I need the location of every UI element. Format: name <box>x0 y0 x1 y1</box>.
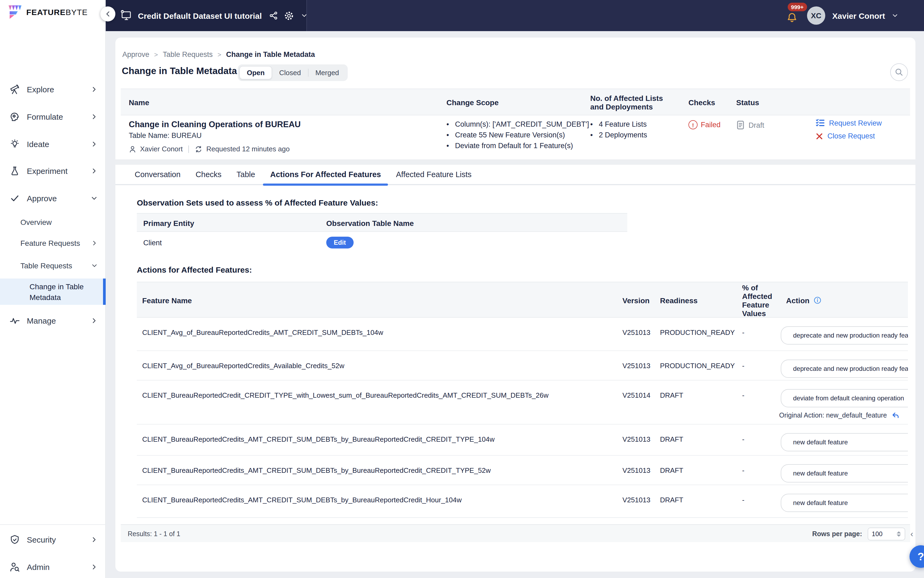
close-x-icon <box>815 132 823 140</box>
breadcrumb-approve[interactable]: Approve <box>122 50 149 58</box>
rows-per-page-label: Rows per page: <box>812 530 862 537</box>
lightbulb-icon <box>9 138 20 149</box>
stepper-icon[interactable] <box>896 531 901 536</box>
project-selector: Credit Default Dataset UI tutorial <box>106 0 307 31</box>
previous-page-button[interactable]: ‹ <box>910 529 913 539</box>
table-row: Client Edit <box>137 232 627 253</box>
feature-version: V251013 <box>622 362 650 370</box>
action-select[interactable]: deviate from default cleaning operation <box>781 389 908 408</box>
table-row: CLIENT_Avg_of_BureauReportedCredits_Avai… <box>137 351 908 380</box>
check-icon <box>9 192 20 204</box>
requester-name: Xavier Conort <box>140 145 183 153</box>
request-table: Name Change Scope No. of Affected Lists … <box>121 89 910 159</box>
sidebar-item-table-requests[interactable]: Table Requests <box>0 257 106 275</box>
chevron-right-icon <box>90 563 98 571</box>
sidebar-item-admin[interactable]: Admin <box>0 556 106 578</box>
tab-checks[interactable]: Checks <box>189 164 229 185</box>
tab-conversation[interactable]: Conversation <box>128 164 188 185</box>
sidebar-item-label: Change in Table Metadata <box>29 281 89 302</box>
sidebar-collapse-button[interactable] <box>101 6 115 21</box>
search-button[interactable] <box>890 63 908 81</box>
feature-name: CLIENT_Avg_of_BureauReportedCredits_Avai… <box>142 362 620 370</box>
chevron-right-icon <box>90 140 98 148</box>
breadcrumb-table-requests[interactable]: Table Requests <box>163 50 213 58</box>
col-action: Action <box>786 282 821 318</box>
chevron-down-icon[interactable] <box>300 12 308 19</box>
close-request-button[interactable]: Close Request <box>815 132 882 140</box>
search-icon <box>895 68 904 77</box>
pct-affected-value: - <box>742 328 744 336</box>
sidebar-item-explore[interactable]: Explore <box>0 78 106 100</box>
filter-merged[interactable]: Merged <box>308 66 346 80</box>
feature-name: CLIENT_BureauReportedCredits_AMT_CREDIT_… <box>142 435 620 443</box>
avatar[interactable]: XC <box>807 6 825 25</box>
chevron-right-icon <box>90 85 98 93</box>
tab-affected-feature-lists[interactable]: Affected Feature Lists <box>389 164 479 185</box>
action-select[interactable]: new default feature <box>781 433 908 451</box>
sidebar-item-security[interactable]: Security <box>0 529 106 550</box>
rows-per-page-input[interactable]: 100 <box>867 527 905 540</box>
tab-table[interactable]: Table <box>230 164 262 185</box>
gear-icon[interactable] <box>284 10 294 21</box>
observation-table-header: Primary Entity Observation Table Name <box>137 213 627 232</box>
request-meta: Xavier Conort Requested 12 minutes ago <box>129 145 290 153</box>
feature-name: CLIENT_Avg_of_BureauReportedCredits_AMT_… <box>142 328 620 336</box>
telescope-icon <box>9 83 20 95</box>
edit-button[interactable]: Edit <box>326 237 353 248</box>
document-icon <box>736 120 745 130</box>
sidebar-item-label: Feature Requests <box>20 239 91 247</box>
observation-heading: Observation Sets used to assess % of Aff… <box>137 198 378 207</box>
sidebar-item-label: Approve <box>27 193 90 203</box>
pct-affected-value: - <box>742 362 744 370</box>
action-select[interactable]: new default feature <box>781 464 908 482</box>
undo-icon[interactable] <box>891 411 900 420</box>
chevron-down-icon <box>91 262 98 270</box>
filter-open[interactable]: Open <box>239 66 272 80</box>
chevron-down-icon[interactable] <box>892 12 899 19</box>
featurebyte-logo-icon <box>8 5 22 19</box>
sidebar-item-formulate[interactable]: Formulate <box>0 106 106 127</box>
checklist-icon <box>815 119 825 127</box>
action-select[interactable]: deprecate and new production ready featu… <box>781 360 908 378</box>
action-select[interactable]: new default feature <box>781 494 908 512</box>
table-row: CLIENT_BureauReportedCredits_AMT_CREDIT_… <box>137 456 908 485</box>
refresh-icon <box>195 145 203 153</box>
action-select[interactable]: deprecate and new production ready featu… <box>781 326 908 344</box>
activity-icon <box>9 315 20 326</box>
feature-name: CLIENT_BureauReportedCredits_AMT_CREDIT_… <box>142 466 620 474</box>
request-review-button[interactable]: Request Review <box>815 119 882 127</box>
user-name[interactable]: Xavier Conort <box>832 11 885 20</box>
sidebar-item-approve[interactable]: Approve <box>0 187 106 209</box>
request-title[interactable]: Change in Cleaning Operations of BUREAU <box>129 120 301 129</box>
chevron-right-icon <box>90 167 98 175</box>
featurebyte-logo[interactable]: FEATUREBYTE <box>8 5 88 19</box>
request-actions: Request Review Close Request <box>815 119 882 140</box>
request-review-label: Request Review <box>829 119 882 127</box>
sidebar-item-change-in-table-metadata[interactable]: Change in Table Metadata <box>0 279 106 305</box>
col-affected: No. of Affected Lists and Deployments <box>590 89 671 116</box>
pagination-controls: Rows per page: 100 ‹ <box>812 525 904 542</box>
sidebar-item-experiment[interactable]: Experiment <box>0 160 106 182</box>
tab-actions-for-affected-features[interactable]: Actions For Affected Features <box>263 164 388 185</box>
project-title[interactable]: Credit Default Dataset UI tutorial <box>138 11 262 20</box>
filter-closed[interactable]: Closed <box>272 66 308 80</box>
actions-heading: Actions for Affected Features: <box>137 265 252 274</box>
flask-icon <box>9 165 20 176</box>
share-icon[interactable] <box>269 11 279 20</box>
feature-readiness: DRAFT <box>660 391 683 399</box>
sidebar-item-manage[interactable]: Manage <box>0 310 106 331</box>
sidebar-item-feature-requests[interactable]: Feature Requests <box>0 234 106 252</box>
affected-item: 4 Feature Lists <box>599 120 647 128</box>
pct-affected-value: - <box>742 391 744 399</box>
col-change-scope: Change Scope <box>446 89 499 116</box>
info-icon[interactable] <box>813 296 821 304</box>
col-primary-entity: Primary Entity <box>143 214 194 232</box>
sidebar-item-label: Explore <box>27 84 90 94</box>
sidebar-item-overview[interactable]: Overview <box>0 213 106 231</box>
table-row: CLIENT_BureauReportedCredit_CREDIT_TYPE_… <box>137 380 908 424</box>
feature-readiness: DRAFT <box>660 496 683 504</box>
notifications-bell[interactable]: 999+ <box>785 5 803 26</box>
primary-entity-value: Client <box>143 239 162 247</box>
checks-label: Failed <box>701 121 721 129</box>
sidebar-item-ideate[interactable]: Ideate <box>0 133 106 154</box>
